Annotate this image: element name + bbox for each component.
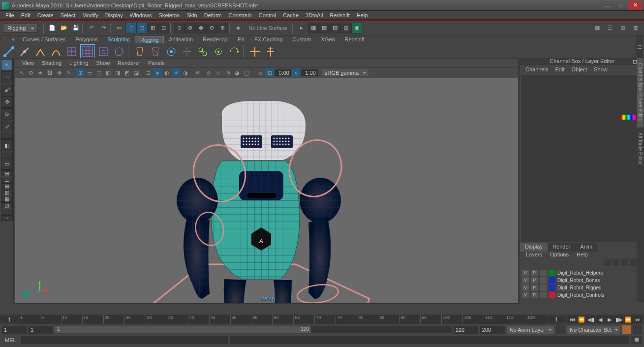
layer-tab-display[interactable]: Display xyxy=(520,243,548,252)
vp-lights-icon[interactable]: ☀ xyxy=(172,68,181,77)
persp-outliner-layout[interactable]: ▦ xyxy=(1,196,13,202)
menu-display[interactable]: Display xyxy=(102,12,126,18)
layer-type-toggle[interactable] xyxy=(540,277,547,284)
maximize-button[interactable]: □ xyxy=(614,1,628,10)
minimize-button[interactable]: — xyxy=(601,1,614,10)
shelf-tab-curves-surfaces[interactable]: Curves / Surfaces xyxy=(18,36,70,43)
ipr-icon[interactable]: ▨ xyxy=(319,23,330,33)
step-back-button[interactable]: ◀▮ xyxy=(586,315,595,323)
layout-3-icon[interactable]: ▤ xyxy=(617,23,628,33)
script-lang-button[interactable]: MEL xyxy=(2,337,19,343)
layout-4-icon[interactable]: ▥ xyxy=(630,23,641,33)
vp-dof-icon[interactable]: ◯ xyxy=(242,68,251,77)
layer-menu-layers[interactable]: Layers xyxy=(522,252,546,259)
timeline-track[interactable]: 1510152025303540455055606570758085909510… xyxy=(19,315,547,324)
ik-handle-icon[interactable] xyxy=(33,45,47,59)
render-current-icon[interactable]: ▦ xyxy=(308,23,319,33)
blend-shape-icon[interactable] xyxy=(248,45,262,59)
lasso-tool[interactable]: 〰 xyxy=(1,71,13,83)
shelf-tab-redshift[interactable]: Redshift xyxy=(340,36,369,43)
paint-select-tool[interactable]: 🖌 xyxy=(1,84,13,95)
layer-vis-toggle[interactable]: V xyxy=(522,292,529,298)
vp-color-transform-dropdown[interactable]: sRGB gamma xyxy=(322,69,368,76)
shelf-collapse-handle[interactable] xyxy=(636,35,643,58)
layer-row[interactable]: VPDigit_Robot_Helpers xyxy=(522,269,637,277)
prefs-icon[interactable] xyxy=(633,325,642,334)
auto-key-icon[interactable] xyxy=(622,325,631,334)
vp-bookmark-icon[interactable]: ★ xyxy=(36,68,45,77)
layer-playback-toggle[interactable]: P xyxy=(531,292,538,298)
color-gradient-icon[interactable] xyxy=(621,115,636,120)
close-button[interactable]: ✕ xyxy=(628,1,642,10)
shelf-menu-icon[interactable]: ⋮ xyxy=(0,36,9,43)
layer-move-up-icon[interactable] xyxy=(604,259,611,266)
lattice-2-icon[interactable] xyxy=(81,45,94,59)
layer-name[interactable]: Digit_Robot_Bones xyxy=(557,278,637,283)
vp-menu-show[interactable]: Show xyxy=(92,60,114,66)
menu-modify[interactable]: Modify xyxy=(79,12,101,18)
attribute-editor-tab[interactable]: Attribute Editor xyxy=(637,127,644,170)
menu-3dtoall[interactable]: 3DtoAll xyxy=(302,12,326,18)
make-live-icon[interactable]: ◈ xyxy=(233,23,244,33)
new-scene-icon[interactable]: 📄 xyxy=(47,23,58,33)
history-toggle-icon[interactable]: ▸ xyxy=(296,23,307,33)
vp-ao-icon[interactable]: ◔ xyxy=(223,68,232,77)
layer-vis-toggle[interactable]: V xyxy=(522,277,529,284)
viewport-canvas[interactable]: A xyxy=(15,78,518,303)
vp-motion-blur-icon[interactable]: ◕ xyxy=(233,68,242,77)
sel-mask-3[interactable]: ⊞ xyxy=(147,23,158,33)
last-tool[interactable]: ◧ xyxy=(1,139,13,151)
layer-row[interactable]: VPDigit_Robot_Controls xyxy=(522,291,637,299)
shelf-tab-sculpting[interactable]: Sculpting xyxy=(103,36,135,43)
range-handle[interactable] xyxy=(55,326,311,333)
select-tool[interactable]: ↖ xyxy=(1,59,13,71)
menu-redshift[interactable]: Redshift xyxy=(327,12,353,18)
joint-insert-icon[interactable] xyxy=(18,45,31,59)
shelf-tab-rigging[interactable]: Rigging xyxy=(135,36,164,43)
vp-shaded-icon[interactable]: ● xyxy=(153,68,162,77)
time-slider[interactable]: 1 15101520253035404550556065707580859095… xyxy=(0,315,644,324)
bind-skin-icon[interactable] xyxy=(133,45,147,59)
layer-row[interactable]: VPDigit_Robot_Bones xyxy=(522,277,637,284)
save-scene-icon[interactable]: 💾 xyxy=(70,23,81,33)
range-track[interactable] xyxy=(55,326,452,333)
vp-menu-view[interactable]: View xyxy=(18,60,38,66)
open-scene-icon[interactable]: 📂 xyxy=(59,23,69,33)
timeline-current-field[interactable]: 1 xyxy=(548,316,565,322)
pose-icon[interactable] xyxy=(264,45,277,59)
layer-playback-toggle[interactable]: P xyxy=(531,284,538,291)
vp-field-chart-icon[interactable]: ◨ xyxy=(113,68,122,77)
menu-windows[interactable]: Windows xyxy=(126,12,155,18)
render-region-icon[interactable]: ▧ xyxy=(330,23,340,33)
layer-type-toggle[interactable] xyxy=(540,284,547,291)
four-view-layout[interactable]: ⊞ xyxy=(1,170,13,176)
vp-res-gate-icon[interactable]: ◫ xyxy=(94,68,103,77)
vp-exposure-value[interactable]: 0.00 xyxy=(275,69,291,76)
vp-gamma-toggle-icon[interactable]: γ xyxy=(292,68,301,77)
vp-film-gate-icon[interactable]: ▭ xyxy=(85,68,94,77)
vp-isolate-icon[interactable]: 👁 xyxy=(193,68,202,77)
script-editor-button[interactable]: ▦ xyxy=(631,336,642,344)
layout-1-icon[interactable]: ▦ xyxy=(592,23,603,33)
layer-menu-help[interactable]: Help xyxy=(573,252,592,259)
vp-gate-mask-icon[interactable]: ◧ xyxy=(104,68,113,77)
vp-wireframe-icon[interactable]: ⊡ xyxy=(144,68,153,77)
layer-vis-toggle[interactable]: V xyxy=(522,270,529,276)
layer-name[interactable]: Digit_Robot_Helpers xyxy=(557,270,637,276)
constraint-point-icon[interactable] xyxy=(212,45,225,59)
shelf-tab-fx[interactable]: FX xyxy=(233,36,249,43)
vp-safe-action-icon[interactable]: ◩ xyxy=(123,68,131,77)
layer-color-swatch[interactable] xyxy=(549,270,555,276)
custom-layout[interactable]: ▧ xyxy=(1,202,13,208)
menu-control[interactable]: Control xyxy=(255,12,279,18)
menu-skin[interactable]: Skin xyxy=(183,12,200,18)
select-mode-icon[interactable]: ▭ xyxy=(114,23,124,33)
go-to-end-button[interactable]: ⏭ xyxy=(633,315,642,323)
menu-create[interactable]: Create xyxy=(34,12,57,18)
layer-playback-toggle[interactable]: P xyxy=(531,270,538,276)
snap-grid-icon[interactable]: ⊙ xyxy=(174,23,184,33)
layer-menu-options[interactable]: Options xyxy=(546,252,573,259)
layer-tab-anim[interactable]: Anim xyxy=(575,243,597,252)
layer-playback-toggle[interactable]: P xyxy=(531,277,538,284)
snap-point-icon[interactable]: ⊗ xyxy=(195,23,206,33)
